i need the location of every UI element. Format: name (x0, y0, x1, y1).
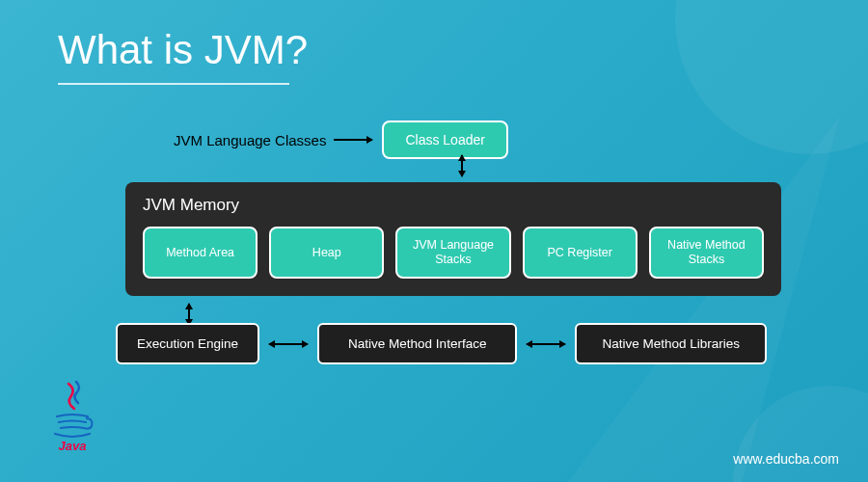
class-loader-box: Class Loader (382, 120, 508, 159)
java-cup-icon (49, 380, 95, 442)
watermark: www.educba.com (733, 451, 839, 467)
java-logo: Java (39, 366, 106, 453)
native-method-libraries-box: Native Method Libraries (575, 323, 767, 364)
execution-engine-box: Execution Engine (116, 323, 259, 364)
jvm-memory-title: JVM Memory (143, 196, 764, 215)
jvm-language-stacks-box: JVM Language Stacks (395, 227, 510, 279)
arrow-nmi-nml (527, 343, 565, 345)
java-logo-text: Java (59, 439, 87, 453)
jvm-diagram: JVM Language Classes Class Loader JVM Me… (125, 120, 820, 364)
page-title: What is JVM? (58, 27, 308, 73)
native-method-interface-box: Native Method Interface (317, 323, 517, 364)
jvm-memory-panel: JVM Memory Method Area Heap JVM Language… (125, 182, 781, 296)
heap-box: Heap (269, 227, 384, 279)
method-area-box: Method Area (143, 227, 258, 279)
arrow-to-class-loader (334, 139, 372, 141)
pc-register-box: PC Register (523, 227, 637, 279)
arrow-classloader-memory (461, 155, 463, 176)
native-method-stacks-box: Native Method Stacks (649, 227, 764, 279)
arrow-exec-nmi (269, 343, 308, 345)
jvm-language-classes-label: JVM Language Classes (174, 132, 326, 148)
title-underline (58, 83, 289, 85)
arrow-memory-exec (188, 304, 190, 325)
